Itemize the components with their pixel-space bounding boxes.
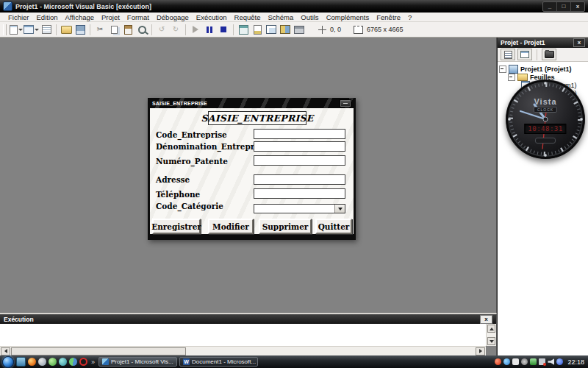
save-project-button[interactable]	[74, 23, 87, 36]
volume-icon[interactable]	[548, 358, 554, 365]
menu-affichage[interactable]: Affichage	[62, 13, 98, 21]
scroll-down-button[interactable]	[487, 337, 495, 345]
form-close-button[interactable]	[340, 99, 351, 107]
toolbox-button[interactable]	[293, 23, 306, 36]
combo-dropdown-button[interactable]	[334, 205, 345, 213]
menu-projet[interactable]: Projet	[98, 13, 123, 21]
scrollbar-thumb[interactable]	[11, 347, 186, 355]
menu-execution[interactable]: Exécution	[193, 13, 231, 21]
redo-button[interactable]: ↻	[169, 23, 182, 36]
numero-patente-input[interactable]	[254, 155, 345, 166]
tree-item-project[interactable]: Projet1 (Projet1)	[499, 65, 587, 73]
scroll-right-button[interactable]	[476, 347, 485, 355]
menu-schema[interactable]: Schéma	[264, 13, 297, 21]
code-entreprise-input[interactable]	[254, 129, 345, 139]
folder-icon	[545, 51, 554, 58]
menu-requete[interactable]: Requête	[231, 13, 265, 21]
firefox-icon[interactable]	[28, 358, 36, 366]
project-panel-close-button[interactable]: x	[573, 38, 585, 47]
clock-button[interactable]	[535, 138, 556, 144]
clock-digital-display: 10:48:31	[524, 124, 566, 134]
code-categorie-combobox[interactable]	[254, 204, 345, 213]
maximize-button[interactable]: □	[556, 2, 570, 11]
enregistrer-button[interactable]: Enregistrer	[152, 219, 201, 234]
tray-app-icon[interactable]	[495, 358, 501, 365]
add-project-button[interactable]	[10, 23, 23, 36]
show-desktop-icon[interactable]	[16, 357, 26, 367]
horizontal-scrollbar[interactable]	[0, 346, 486, 355]
find-button[interactable]	[135, 23, 148, 36]
minimize-button[interactable]: _	[543, 2, 556, 11]
menu-edition[interactable]: Edition	[33, 13, 62, 21]
opera-icon[interactable]	[79, 358, 87, 366]
menu-editor-button[interactable]	[40, 23, 53, 36]
collapse-icon[interactable]	[499, 66, 506, 73]
denomination-entreprise-input[interactable]	[254, 141, 345, 152]
quicklaunch-app-icon[interactable]	[38, 358, 46, 366]
project-explorer-button[interactable]	[237, 23, 250, 36]
adresse-input[interactable]	[254, 174, 345, 185]
cursor-position: 0, 0	[330, 26, 341, 33]
taskbar-task-vb[interactable]: Projet1 - Microsoft Vis...	[98, 357, 177, 367]
tray-update-icon[interactable]	[556, 358, 563, 365]
break-icon	[207, 26, 212, 33]
tray-app-icon[interactable]	[521, 358, 528, 365]
execution-close-button[interactable]: x	[480, 315, 492, 324]
clock-screw	[580, 118, 583, 121]
tray-app-icon[interactable]	[530, 358, 537, 365]
vertical-scrollbar[interactable]	[486, 324, 496, 346]
toolbar-grip	[3, 24, 7, 35]
quicklaunch-app-icon[interactable]	[49, 358, 57, 366]
taskbar-clock[interactable]: 22:18	[567, 358, 584, 366]
project-panel-titlebar[interactable]: Projet - Projet1 x	[498, 38, 588, 48]
paste-button[interactable]	[121, 23, 135, 36]
project-panel-title: Projet - Projet1	[501, 39, 545, 46]
telephone-input[interactable]	[254, 188, 345, 199]
supprimer-button[interactable]: Supprimer	[259, 219, 312, 234]
menu-debogage[interactable]: Débogage	[153, 13, 193, 21]
clock-screw	[544, 82, 547, 85]
menu-complements[interactable]: Compléments	[323, 13, 373, 21]
undo-button[interactable]: ↺	[155, 23, 168, 36]
open-project-button[interactable]	[60, 23, 73, 36]
menu-outils[interactable]: Outils	[297, 13, 322, 21]
project-panel-toolbar	[498, 48, 588, 62]
copy-icon	[111, 26, 118, 34]
cut-button[interactable]: ✂	[93, 23, 107, 36]
view-code-button[interactable]	[501, 49, 515, 60]
end-button[interactable]	[217, 23, 230, 36]
close-icon	[343, 103, 348, 104]
add-form-button[interactable]	[24, 23, 39, 36]
start-button[interactable]	[2, 356, 14, 368]
network-status-icon[interactable]	[539, 358, 545, 365]
quicklaunch-app-icon[interactable]	[59, 358, 67, 366]
form-layout-button[interactable]	[265, 23, 278, 36]
form-titlebar[interactable]: SAISIE_ENTREPRISE	[150, 98, 354, 108]
object-browser-button[interactable]	[279, 23, 292, 36]
tray-app-icon[interactable]	[512, 358, 519, 365]
quicklaunch-overflow-chevron[interactable]: »	[90, 358, 96, 366]
form-header-label: SAISIE_ENTREPRISE	[208, 111, 306, 125]
vista-clock-gadget[interactable]: Vista CLOCK 10:48:31	[506, 79, 585, 159]
scroll-up-button[interactable]	[487, 325, 495, 333]
view-object-button[interactable]	[517, 49, 532, 60]
copy-button[interactable]	[107, 23, 121, 36]
tray-sync-icon[interactable]	[503, 358, 510, 365]
menu-aide[interactable]: ?	[404, 13, 415, 21]
properties-window-button[interactable]	[251, 23, 264, 36]
messenger-icon[interactable]	[69, 358, 77, 366]
modifier-button[interactable]: Modifier	[208, 219, 254, 234]
taskbar-task-word[interactable]: W Document1 - Microsoft...	[179, 357, 258, 367]
menu-format[interactable]: Format	[123, 13, 153, 21]
save-icon	[76, 25, 85, 35]
menu-fichier[interactable]: Fichier	[4, 13, 33, 21]
break-button[interactable]	[203, 23, 216, 36]
quitter-button[interactable]: Quitter	[315, 219, 352, 234]
size-indicator: 6765 x 4665	[354, 26, 404, 34]
toggle-folders-button[interactable]	[542, 49, 556, 60]
menu-fenetre[interactable]: Fenêtre	[373, 13, 404, 21]
scroll-left-button[interactable]	[1, 347, 10, 355]
close-button[interactable]: x	[570, 2, 584, 11]
start-button[interactable]	[189, 23, 202, 36]
execution-panel-titlebar[interactable]: Exécution x	[0, 314, 496, 324]
